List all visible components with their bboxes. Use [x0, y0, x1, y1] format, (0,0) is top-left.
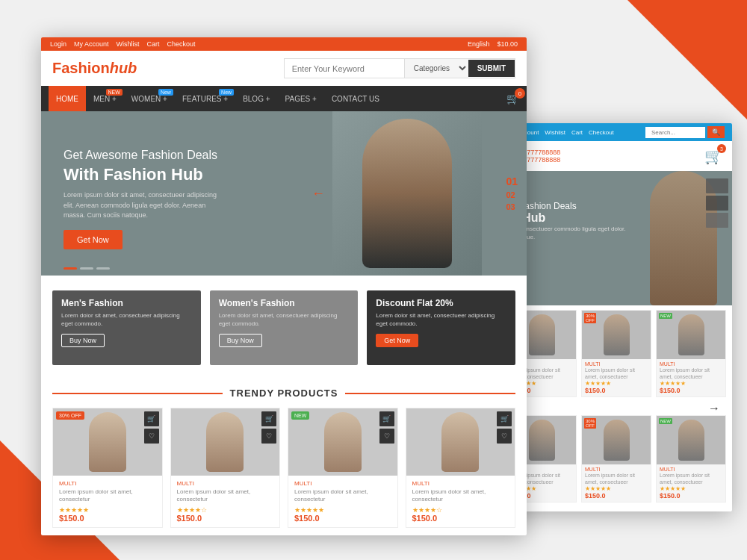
- sec-product-badge-4: 30%OFF: [584, 418, 596, 429]
- hero-model-figure: [362, 119, 452, 268]
- product-cart-btn-2[interactable]: 🛒: [379, 411, 394, 426]
- nav-item-pages[interactable]: PAGES +: [278, 86, 324, 111]
- product-sku-3: MULTI: [412, 480, 509, 487]
- product-card-1: 🛒 ♡ MULTI Lorem ipsum dolor sit amet, co…: [170, 408, 281, 528]
- site-header: Fashionhub Categories SUBMIT: [41, 51, 527, 86]
- nav-badge-features: New: [219, 89, 234, 96]
- nav-cart[interactable]: 🛒 0: [506, 93, 519, 105]
- hero-dot-1[interactable]: [63, 267, 77, 270]
- promo-btn-mens[interactable]: Buy Now: [61, 334, 105, 347]
- hero-image: [332, 111, 482, 276]
- sec-cart-icon[interactable]: 🛒 3: [704, 147, 723, 165]
- my-account-link[interactable]: My Account: [74, 40, 109, 48]
- sec-hero: n Fashion Deals n Hub et, consectueer co…: [500, 171, 732, 305]
- sec-price-1: $150.0: [585, 387, 648, 394]
- promo-card-content-mens: Men's Fashion Lorem dolor sit amet, cons…: [52, 290, 201, 365]
- slide-number-1[interactable]: 01: [506, 175, 518, 187]
- sec-product-badge-5: NEW: [659, 418, 672, 424]
- sec-checkout[interactable]: Checkout: [589, 129, 614, 136]
- product-info-1: MULTI Lorem ipsum dolor sit amet, consec…: [171, 476, 280, 527]
- product-wish-btn-1[interactable]: ♡: [261, 429, 276, 444]
- nav-item-home[interactable]: HOME: [49, 86, 86, 111]
- promo-card-title-womens: Women's Fashion: [219, 298, 350, 308]
- hero-description: Lorem ipsum dolor sit amet, consectueer …: [63, 190, 228, 221]
- hero-slider: Get Awesome Fashion Deals With Fashion H…: [41, 111, 527, 276]
- main-browser-window: Login My Account Wishlist Cart Checkout …: [41, 37, 527, 535]
- promo-btn-womens[interactable]: Buy Now: [219, 334, 262, 347]
- product-img-1: 🛒 ♡: [171, 408, 280, 476]
- sec-arrow[interactable]: →: [506, 402, 726, 415]
- product-wish-btn-2[interactable]: ♡: [379, 429, 394, 444]
- wishlist-link[interactable]: Wishlist: [117, 40, 140, 48]
- search-bar: Categories SUBMIT: [284, 58, 515, 78]
- product-sku-1: MULTI: [177, 480, 274, 487]
- checkout-link[interactable]: Checkout: [167, 40, 196, 48]
- product-badge-2: NEW: [291, 411, 309, 420]
- sec-search-input[interactable]: [645, 127, 705, 138]
- product-price-3: $150.0: [412, 514, 509, 523]
- hero-dot-3[interactable]: [96, 267, 110, 270]
- sec-cart[interactable]: Cart: [571, 129, 583, 136]
- sec-product-row-1: 30%OFF MULTI Lorem ipsum dolor sit amet,…: [506, 310, 726, 397]
- product-info-3: MULTI Lorem ipsum dolor sit amet, consec…: [406, 476, 515, 527]
- nav-item-men[interactable]: MEN + NEW: [86, 86, 124, 111]
- product-figure-2: [324, 412, 362, 472]
- sec-hero-subtitle: n Fashion Deals: [512, 201, 631, 211]
- product-cart-btn-3[interactable]: 🛒: [497, 411, 512, 426]
- products-grid: 30% OFF 🛒 ♡ MULTI Lorem ipsum dolor sit …: [52, 408, 515, 528]
- login-link[interactable]: Login: [50, 40, 66, 48]
- sec-hero-thumbnails: [706, 178, 728, 228]
- product-card-2: NEW 🛒 ♡ MULTI Lorem ipsum dolor sit amet…: [288, 408, 398, 528]
- sec-product-mini-1: 30%OFF MULTI Lorem ipsum dolor sit amet,…: [581, 310, 651, 397]
- product-wish-btn-0[interactable]: ♡: [144, 429, 159, 444]
- hero-title: With Fashion Hub: [63, 165, 228, 184]
- nav-item-women[interactable]: WOMEN + New: [124, 86, 175, 111]
- promo-card-desc-mens: Lorem dolor sit amet, consectueer adipis…: [61, 311, 192, 328]
- language-selector[interactable]: English: [468, 40, 490, 48]
- nav-item-contact[interactable]: CONTACT US: [324, 86, 387, 111]
- search-submit-button[interactable]: SUBMIT: [468, 60, 515, 77]
- sec-search-button[interactable]: 🔍: [707, 126, 725, 138]
- promo-card-title-mens: Men's Fashion: [61, 298, 192, 308]
- hero-cta-button[interactable]: Get Now: [63, 230, 123, 249]
- product-info-0: MULTI Lorem ipsum dolor sit amet, consec…: [53, 476, 162, 527]
- hero-content: Get Awesome Fashion Deals With Fashion H…: [63, 149, 228, 249]
- site-logo[interactable]: Fashionhub: [52, 60, 137, 77]
- nav-item-features[interactable]: FEATURES + New: [175, 86, 235, 111]
- sec-product-info-2: MULTI Lorem ipsum dolor sit amet, consec…: [657, 359, 725, 396]
- sec-product-img-4: 30%OFF: [582, 416, 651, 464]
- top-bar-left: Login My Account Wishlist Cart Checkout: [50, 40, 196, 48]
- product-desc-1: Lorem ipsum dolor sit amet, consectetur: [177, 488, 274, 504]
- product-sku-2: MULTI: [294, 480, 391, 487]
- sec-price-5: $150.0: [660, 492, 722, 500]
- slider-arrow-left[interactable]: ←: [311, 186, 325, 202]
- product-info-2: MULTI Lorem ipsum dolor sit amet, consec…: [288, 476, 397, 527]
- slide-number-3[interactable]: 03: [506, 202, 518, 211]
- sec-product-figure-1: [604, 314, 630, 355]
- hero-dot-2[interactable]: [80, 267, 93, 270]
- categories-select[interactable]: Categories: [404, 59, 468, 78]
- cart-link[interactable]: Cart: [147, 40, 160, 48]
- product-cart-btn-0[interactable]: 🛒: [144, 411, 159, 426]
- sec-cart-badge: 3: [717, 144, 726, 153]
- product-price-1: $150.0: [177, 514, 274, 523]
- sec-desc-5: Lorem ipsum dolor sit amet, consectueer: [660, 472, 722, 485]
- product-cart-btn-1[interactable]: 🛒: [261, 411, 276, 426]
- product-actions-1: 🛒 ♡: [261, 411, 276, 444]
- sec-sku-4: MULTI: [585, 467, 648, 472]
- product-actions-2: 🛒 ♡: [379, 411, 394, 444]
- search-input[interactable]: [285, 60, 404, 78]
- product-wish-btn-3[interactable]: ♡: [497, 429, 512, 444]
- product-img-2: NEW 🛒 ♡: [288, 408, 397, 476]
- sec-wishlist[interactable]: Wishlist: [545, 129, 565, 136]
- promo-cards-section: Men's Fashion Lorem dolor sit amet, cons…: [41, 276, 527, 380]
- promo-card-content-womens: Women's Fashion Lorem dolor sit amet, co…: [210, 290, 359, 365]
- sec-product-mini-5: NEW MULTI Lorem ipsum dolor sit amet, co…: [656, 415, 726, 503]
- sec-product-badge-2: NEW: [659, 313, 672, 319]
- sec-product-info-5: MULTI Lorem ipsum dolor sit amet, consec…: [657, 464, 725, 502]
- promo-btn-discount[interactable]: Get Now: [376, 334, 418, 347]
- sec-search-bar: 🔍: [645, 126, 725, 138]
- nav-item-blog[interactable]: BLOG +: [235, 86, 277, 111]
- secondary-browser-window: My Account Wishlist Cart Checkout 🔍 +91-…: [500, 123, 732, 511]
- slide-number-2[interactable]: 02: [506, 190, 518, 199]
